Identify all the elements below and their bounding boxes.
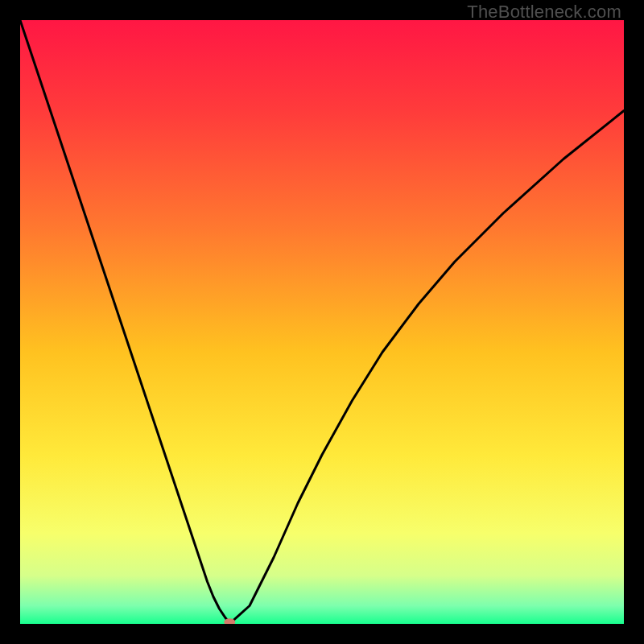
chart-frame xyxy=(20,20,624,624)
bottleneck-chart xyxy=(20,20,624,624)
gradient-background xyxy=(20,20,624,624)
